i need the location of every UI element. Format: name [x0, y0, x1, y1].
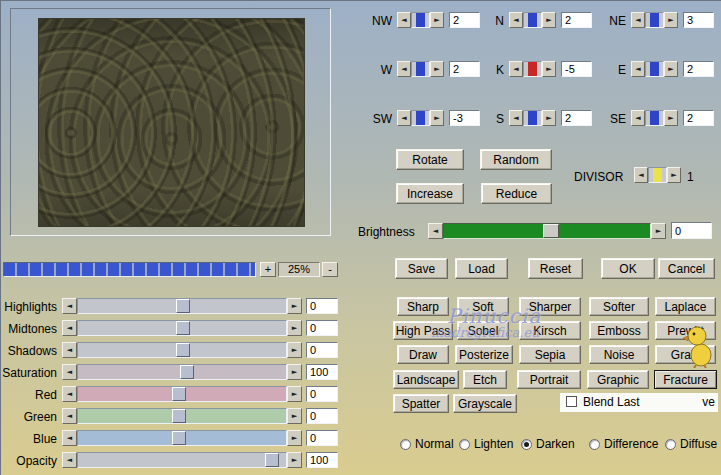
saturation-value[interactable] — [306, 364, 338, 380]
arrow-left-icon[interactable] — [62, 364, 77, 380]
matrix-value-s[interactable] — [561, 110, 592, 126]
opacity-value[interactable] — [306, 452, 338, 468]
preset-sobel-button[interactable]: Sobel — [457, 321, 509, 340]
matrix-value-n[interactable] — [561, 12, 592, 28]
matrix-slider-ne[interactable] — [631, 12, 678, 28]
preset-posterize-button[interactable]: Posterize — [455, 345, 513, 364]
slider-thumb[interactable] — [650, 62, 659, 76]
matrix-slider-sw[interactable] — [397, 110, 444, 126]
radio-selected-icon[interactable] — [521, 439, 532, 450]
arrow-right-icon[interactable] — [287, 364, 302, 380]
midtones-slider[interactable] — [62, 320, 302, 336]
preset-high-pass-button[interactable]: High Pass — [393, 321, 453, 340]
preset-etch-button[interactable]: Etch — [463, 370, 507, 389]
arrow-left-icon[interactable] — [62, 452, 77, 468]
slider-thumb[interactable] — [416, 62, 425, 76]
slider-thumb[interactable] — [176, 343, 190, 357]
arrow-right-icon[interactable] — [430, 12, 444, 28]
rotate-button[interactable]: Rotate — [396, 149, 464, 170]
slider-thumb[interactable] — [172, 431, 186, 445]
arrow-right-icon[interactable] — [651, 223, 666, 239]
arrow-right-icon[interactable] — [287, 342, 302, 358]
slider-thumb[interactable] — [416, 111, 425, 125]
saturation-slider[interactable] — [62, 364, 302, 380]
arrow-right-icon[interactable] — [430, 110, 444, 126]
preset-laplace-button[interactable]: Laplace — [655, 297, 716, 316]
arrow-right-icon[interactable] — [287, 386, 302, 402]
arrow-left-icon[interactable] — [62, 430, 77, 446]
arrow-left-icon[interactable] — [397, 12, 411, 28]
red-slider[interactable] — [62, 386, 302, 402]
slider-thumb[interactable] — [650, 13, 659, 27]
preset-soft-button[interactable]: Soft — [457, 297, 509, 316]
slider-thumb[interactable] — [543, 224, 559, 238]
arrow-left-icon[interactable] — [509, 61, 523, 77]
preset-emboss-button[interactable]: Emboss — [589, 321, 649, 340]
reduce-button[interactable]: Reduce — [481, 183, 552, 204]
slider-thumb[interactable] — [176, 299, 190, 313]
preset-spatter-button[interactable]: Spatter — [393, 394, 449, 413]
radio-icon[interactable] — [400, 439, 411, 450]
arrow-right-icon[interactable] — [664, 61, 678, 77]
arrow-right-icon[interactable] — [542, 110, 556, 126]
arrow-right-icon[interactable] — [664, 12, 678, 28]
radio-lighten[interactable]: Lighten — [459, 437, 513, 451]
arrow-left-icon[interactable] — [62, 342, 77, 358]
increase-button[interactable]: Increase — [396, 183, 464, 204]
preset-fracture-button[interactable]: Fracture — [654, 370, 717, 389]
matrix-value-k[interactable] — [561, 61, 592, 77]
arrow-left-icon[interactable] — [509, 12, 523, 28]
matrix-value-se[interactable] — [683, 110, 714, 126]
arrow-right-icon[interactable] — [542, 61, 556, 77]
arrow-left-icon[interactable] — [397, 110, 411, 126]
matrix-slider-se[interactable] — [631, 110, 678, 126]
load-button[interactable]: Load — [455, 258, 508, 279]
arrow-right-icon[interactable] — [664, 110, 678, 126]
matrix-value-ne[interactable] — [683, 12, 714, 28]
preset-graphic-button[interactable]: Graphic — [587, 370, 649, 389]
arrow-left-icon[interactable] — [62, 408, 77, 424]
arrow-left-icon[interactable] — [62, 298, 77, 314]
preset-draw-button[interactable]: Draw — [397, 345, 449, 364]
blend-last-checkbox[interactable] — [566, 396, 577, 407]
zoom-slider[interactable] — [3, 262, 256, 277]
arrow-left-icon[interactable] — [428, 223, 443, 239]
zoom-out-button[interactable]: - — [322, 262, 338, 277]
preset-prewitt-button[interactable]: Prewitt — [655, 321, 716, 340]
slider-thumb[interactable] — [528, 111, 537, 125]
slider-thumb[interactable] — [176, 321, 190, 335]
zoom-in-button[interactable]: + — [260, 262, 276, 277]
reset-button[interactable]: Reset — [528, 258, 583, 279]
arrow-left-icon[interactable] — [634, 167, 648, 183]
random-button[interactable]: Random — [480, 149, 552, 170]
matrix-slider-e[interactable] — [631, 61, 678, 77]
red-value[interactable] — [306, 386, 338, 402]
shadows-slider[interactable] — [62, 342, 302, 358]
slider-thumb[interactable] — [172, 409, 186, 423]
slider-thumb[interactable] — [653, 168, 662, 182]
matrix-slider-n[interactable] — [509, 12, 556, 28]
ok-button[interactable]: OK — [601, 258, 655, 279]
green-slider[interactable] — [62, 408, 302, 424]
radio-normal[interactable]: Normal — [400, 437, 454, 451]
slider-thumb[interactable] — [265, 453, 279, 467]
slider-thumb[interactable] — [528, 62, 537, 76]
slider-thumb[interactable] — [416, 13, 425, 27]
blue-value[interactable] — [306, 430, 338, 446]
slider-thumb[interactable] — [172, 387, 186, 401]
preset-sepia-button[interactable]: Sepia — [519, 345, 581, 364]
preset-grain-button[interactable]: Grain — [655, 345, 716, 364]
radio-icon[interactable] — [459, 439, 470, 450]
radio-icon[interactable] — [589, 439, 600, 450]
highlights-value[interactable] — [306, 298, 338, 314]
brightness-slider[interactable] — [428, 223, 666, 239]
arrow-right-icon[interactable] — [287, 320, 302, 336]
arrow-right-icon[interactable] — [287, 408, 302, 424]
arrow-left-icon[interactable] — [62, 320, 77, 336]
save-button[interactable]: Save — [395, 258, 448, 279]
cancel-button[interactable]: Cancel — [658, 258, 715, 279]
opacity-slider[interactable] — [62, 452, 302, 468]
preset-kirsch-button[interactable]: Kirsch — [519, 321, 581, 340]
arrow-left-icon[interactable] — [397, 61, 411, 77]
preset-softer-button[interactable]: Softer — [589, 297, 649, 316]
